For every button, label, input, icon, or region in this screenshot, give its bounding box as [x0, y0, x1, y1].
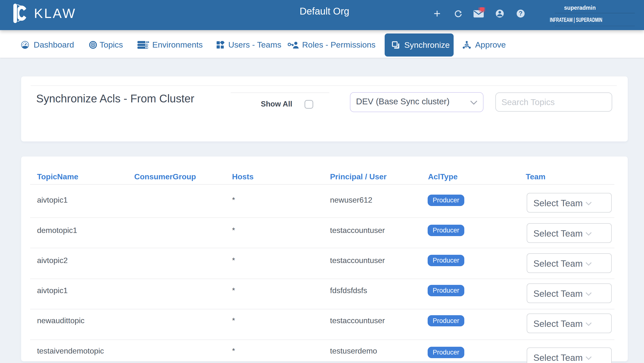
svg-text:?: ? [519, 10, 522, 17]
